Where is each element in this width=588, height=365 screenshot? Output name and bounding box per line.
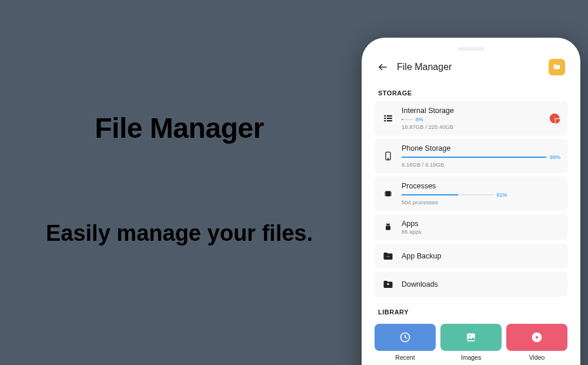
pie-chart-icon[interactable]: [549, 112, 560, 124]
storage-phone-row[interactable]: Phone Storage 99% 6.16GB / 6.19GB: [375, 139, 567, 173]
library-recent-label: Recent: [375, 354, 436, 361]
svg-rect-6: [387, 120, 392, 121]
storage-apps-sub: 86 apps: [402, 228, 560, 235]
svg-line-17: [389, 223, 390, 224]
storage-list-icon: [383, 113, 393, 124]
library-section-label: LIBRARY: [366, 297, 576, 320]
backup-icon: [383, 251, 393, 261]
svg-point-8: [387, 158, 388, 159]
phone-icon: [383, 151, 393, 161]
svg-point-19: [389, 256, 390, 257]
phone-notch: [457, 47, 485, 51]
storage-internal-sub: 18.87GB / 225.40GB: [402, 124, 542, 130]
back-button[interactable]: [377, 61, 389, 73]
svg-rect-13: [391, 192, 392, 193]
storage-phone-sub: 6.16GB / 6.19GB: [402, 161, 560, 168]
svg-point-18: [387, 256, 388, 257]
library-video-tile[interactable]: [506, 324, 567, 351]
phone-frame: File Manager STORAGE Inte: [362, 38, 580, 365]
storage-backup-row[interactable]: App Backup: [375, 244, 567, 268]
storage-internal-row[interactable]: Internal Storage 8% 18.87GB / 225.40GB: [375, 101, 567, 135]
svg-point-22: [469, 335, 470, 337]
storage-internal-title: Internal Storage: [402, 107, 542, 115]
svg-rect-5: [384, 120, 386, 121]
library-images-tile[interactable]: [440, 324, 502, 351]
storage-phone-title: Phone Storage: [402, 144, 560, 152]
storage-downloads-title: Downloads: [402, 280, 560, 288]
svg-rect-15: [391, 195, 392, 195]
cpu-icon: [383, 188, 393, 199]
storage-apps-title: Apps: [402, 220, 560, 228]
svg-rect-2: [387, 115, 392, 117]
storage-phone-pct: 99%: [550, 154, 560, 160]
promo-title: File Manager: [0, 112, 359, 144]
storage-processes-progress: [402, 194, 458, 195]
storage-apps-row[interactable]: Apps 86 apps: [375, 214, 567, 240]
svg-rect-14: [391, 193, 392, 194]
clock-icon: [399, 331, 411, 343]
android-icon: [383, 223, 393, 232]
folder-button[interactable]: [549, 59, 565, 75]
download-folder-icon: [383, 280, 393, 289]
svg-rect-12: [385, 195, 386, 195]
folder-icon: [553, 63, 561, 71]
library-video-label: Video: [506, 354, 567, 361]
storage-backup-title: App Backup: [402, 252, 560, 260]
image-icon: [465, 331, 477, 343]
storage-processes-pct: 61%: [496, 192, 507, 198]
storage-processes-row[interactable]: Processes 61% 504 processes: [375, 177, 567, 211]
library-images-label: Images: [440, 354, 502, 361]
svg-line-16: [387, 223, 387, 224]
promo-subtitle: Easily manage your files.: [0, 221, 359, 246]
svg-rect-11: [385, 193, 386, 194]
svg-rect-4: [387, 118, 392, 119]
storage-phone-progress: [402, 157, 546, 158]
storage-processes-sub: 504 processes: [402, 199, 560, 205]
library-recent-tile[interactable]: [375, 324, 436, 351]
arrow-left-icon: [377, 62, 388, 72]
svg-rect-9: [386, 191, 391, 197]
play-icon: [531, 331, 543, 343]
storage-internal-progress: [402, 119, 403, 120]
storage-processes-title: Processes: [402, 182, 560, 190]
storage-internal-pct: 8%: [416, 117, 423, 122]
storage-downloads-row[interactable]: Downloads: [375, 272, 567, 297]
svg-rect-3: [384, 118, 386, 119]
svg-rect-1: [384, 115, 386, 117]
app-title: File Manager: [397, 62, 540, 72]
svg-rect-10: [385, 192, 386, 193]
storage-section-label: STORAGE: [366, 81, 576, 101]
